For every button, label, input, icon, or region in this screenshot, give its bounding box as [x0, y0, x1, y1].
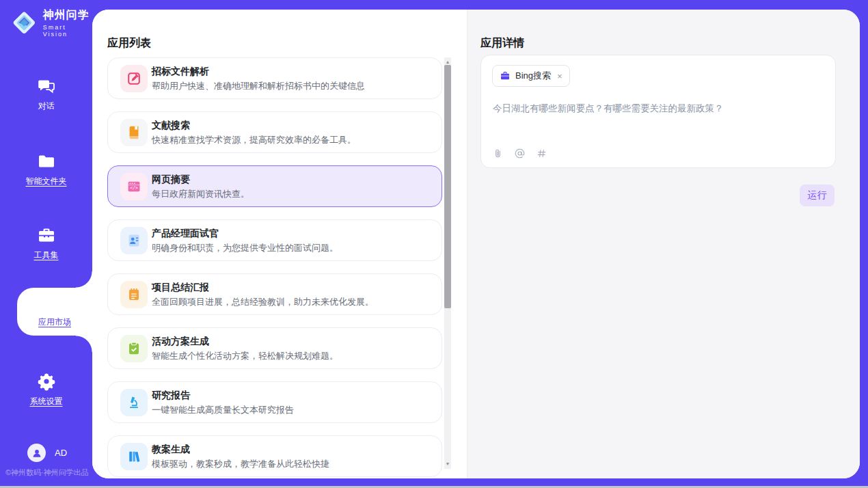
gear-icon [37, 372, 56, 391]
avatar [27, 444, 46, 462]
microscope-icon [126, 395, 141, 410]
paperclip-icon[interactable] [493, 148, 503, 159]
app-item-title: 研究报告 [152, 390, 190, 402]
app-item-description: 明确身份和职责，为您提供专业性的面试问题。 [152, 242, 338, 254]
app-item-description: 每日政府新闻资讯快查。 [152, 188, 249, 200]
app-item-description: 帮助用户快速、准确地理解和解析招标书中的关键信息 [152, 80, 365, 92]
sidebar: 神州问学 Smart Vision 对话 智能文件夹 工具集 [0, 0, 92, 486]
app-list-title: 应用列表 [107, 36, 151, 51]
app-detail-panel: 应用详情 Bing搜索 × 今日湖北有哪些新闻要点？有哪些需要关注的最新政策？ … [467, 10, 860, 478]
interviewer-icon [120, 227, 148, 254]
svg-text:</>: </> [130, 185, 138, 191]
main-content: 应用列表 招标文件解析 帮助用户快速、准确地理解和解析招标书中的关键信息 文献搜… [92, 10, 860, 478]
chat-icon [37, 77, 56, 96]
person-icon [31, 447, 43, 459]
app-item-description: 一键智能生成高质量长文本研究报告 [152, 404, 294, 416]
app-item-description: 全面回顾项目进展，总结经验教训，助力未来优化发展。 [152, 296, 374, 308]
chip-close-icon[interactable]: × [557, 71, 562, 81]
app-item-title: 网页摘要 [152, 174, 190, 186]
app-item-title: 教案生成 [152, 444, 190, 456]
person-icon [31, 447, 43, 459]
user-account[interactable]: AD [27, 444, 67, 462]
brand-logo-icon [11, 10, 38, 37]
book-icon [120, 119, 148, 146]
bid-edit-icon [120, 65, 148, 92]
at-mention-icon[interactable] [515, 148, 525, 159]
app-list-item[interactable]: 活动方案生成 智能生成个性化活动方案，轻松解决规划难题。 [107, 327, 442, 369]
app-list-item[interactable]: 产品经理面试官 明确身份和职责，为您提供专业性的面试问题。 [107, 219, 442, 261]
app-list-item[interactable]: 研究报告 一键智能生成高质量长文本研究报告 [107, 381, 442, 423]
app-list-panel: 应用列表 招标文件解析 帮助用户快速、准确地理解和解析招标书中的关键信息 文献搜… [92, 10, 467, 478]
attachment-toolbar [493, 148, 547, 159]
notepad-icon [120, 281, 148, 308]
sidebar-nav-label: 应用市场 [38, 316, 71, 328]
cube-icon [45, 295, 64, 314]
book-icon [126, 125, 141, 140]
cube-icon [45, 295, 64, 314]
tool-chip-label: Bing搜索 [515, 70, 551, 82]
app-item-title: 文献搜索 [152, 120, 190, 132]
app-detail-title: 应用详情 [480, 36, 524, 51]
app-list-item[interactable]: 项目总结汇报 全面回顾项目进展，总结经验教训，助力未来优化发展。 [107, 273, 442, 315]
bid-edit-icon [126, 71, 141, 86]
gear-icon [37, 372, 56, 391]
app-list-item[interactable]: 教案生成 模板驱动，教案秒成，教学准备从此轻松快捷 [107, 435, 442, 477]
folder-icon [37, 152, 56, 171]
app-list: 招标文件解析 帮助用户快速、准确地理解和解析招标书中的关键信息 文献搜索 快速精… [107, 57, 442, 478]
app-item-title: 活动方案生成 [152, 336, 209, 348]
toolbox-icon [37, 226, 56, 245]
app-item-description: 模板驱动，教案秒成，教学准备从此轻松快捷 [152, 458, 329, 470]
sidebar-nav-item[interactable]: 系统设置 [0, 372, 92, 407]
app-list-item[interactable]: 文献搜索 快速精准查找学术资源，提高研究效率的必备工具。 [107, 111, 442, 153]
logo-diamond [11, 10, 38, 36]
brand-tagline: Smart Vision [43, 24, 92, 38]
folder-icon [37, 152, 56, 171]
scrollbar-down-arrow[interactable]: ▼ [444, 461, 451, 467]
interviewer-icon [126, 233, 141, 248]
app-list-item[interactable]: </> 网页摘要 每日政府新闻资讯快查。 [107, 165, 442, 207]
app-item-title: 项目总结汇报 [152, 282, 209, 294]
sidebar-nav-item[interactable]: 应用市场 [17, 288, 92, 336]
toolbox-icon [37, 226, 56, 245]
app-list-item[interactable]: 招标文件解析 帮助用户快速、准确地理解和解析招标书中的关键信息 [107, 57, 442, 99]
run-button[interactable]: 运行 [800, 185, 835, 206]
app-item-description: 快速精准查找学术资源，提高研究效率的必备工具。 [152, 134, 356, 146]
microscope-icon [120, 389, 148, 416]
app-item-title: 招标文件解析 [152, 66, 209, 78]
sidebar-nav-item[interactable]: 智能文件夹 [0, 152, 92, 187]
clipboard-check-icon [126, 341, 141, 356]
sidebar-nav-item[interactable]: 工具集 [0, 226, 92, 261]
brand-name: 神州问学 [43, 8, 92, 23]
paperclip-icon [493, 148, 503, 159]
brand: 神州问学 Smart Vision [11, 8, 92, 38]
books-icon [126, 449, 141, 464]
at-icon [515, 148, 525, 159]
webpage-icon: </> [120, 173, 148, 200]
sidebar-nav-label: 工具集 [34, 249, 59, 261]
books-icon [120, 443, 148, 470]
app-window: 神州问学 Smart Vision 对话 智能文件夹 工具集 [0, 0, 868, 486]
notepad-icon [126, 287, 141, 302]
app-item-description: 智能生成个性化活动方案，轻松解决规划难题。 [152, 350, 338, 362]
sidebar-nav-item[interactable]: 对话 [0, 77, 92, 112]
user-initials: AD [55, 448, 67, 458]
query-card: Bing搜索 × 今日湖北有哪些新闻要点？有哪些需要关注的最新政策？ [480, 55, 836, 168]
app-item-title: 产品经理面试官 [152, 228, 219, 240]
briefcase-icon [500, 70, 511, 81]
copyright-text: ©神州数码·神州问学出品 [5, 467, 89, 478]
sidebar-nav-label: 系统设置 [30, 396, 63, 407]
hash-icon [537, 148, 547, 159]
sidebar-nav-label: 对话 [38, 100, 55, 112]
chat-icon [37, 77, 56, 96]
hash-tag-icon[interactable] [537, 148, 547, 159]
clipboard-check-icon [120, 335, 148, 362]
sidebar-nav-label: 智能文件夹 [26, 176, 67, 187]
tool-chip-bing-search[interactable]: Bing搜索 × [492, 65, 570, 87]
briefcase-icon [500, 70, 511, 81]
webpage-icon: </> [126, 179, 141, 194]
query-input-text[interactable]: 今日湖北有哪些新闻要点？有哪些需要关注的最新政策？ [493, 103, 821, 115]
scrollbar-thumb[interactable] [444, 65, 451, 308]
